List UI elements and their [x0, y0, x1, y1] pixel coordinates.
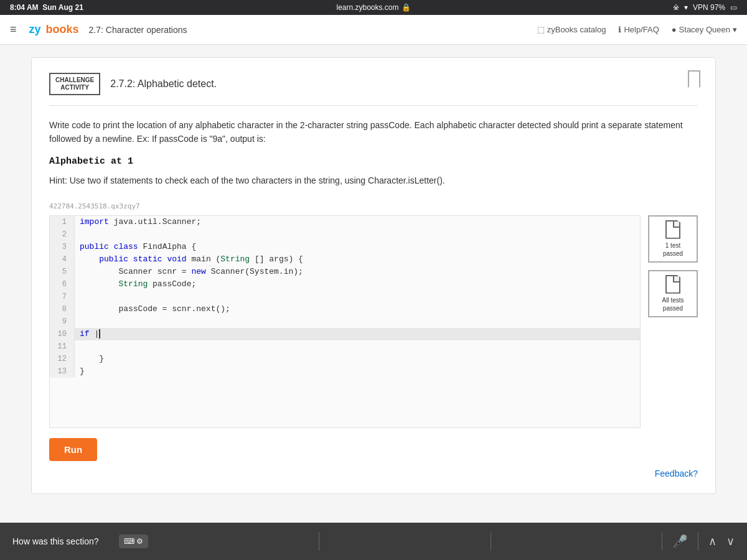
test-icon-all [665, 275, 680, 294]
table-row: 2 [50, 228, 640, 241]
chevron-down-button[interactable]: ∨ [726, 534, 735, 548]
catalog-icon: ⬚ [537, 25, 545, 34]
feedback-section: Feedback? [49, 469, 698, 478]
signal-icon: ※ [673, 3, 679, 12]
challenge-title: 2.7.2: Alphabetic detect. [110, 78, 217, 90]
status-time: 8:04 AM Sun Aug 21 [10, 3, 83, 12]
code-padding [50, 378, 640, 427]
table-row: 1 import java.util.Scanner; [50, 216, 640, 228]
user-icon: ● [672, 25, 677, 34]
bookmark-icon[interactable] [688, 70, 700, 88]
table-row: 6 String passCode; [50, 278, 640, 291]
catalog-link[interactable]: ⬚ zyBooks catalog [537, 25, 606, 34]
chevron-up-button[interactable]: ∧ [708, 534, 716, 548]
status-bar: 8:04 AM Sun Aug 21 learn.zybooks.com 🔒 ※… [0, 0, 747, 15]
lock-icon: 🔒 [402, 3, 411, 12]
table-row: 3 public class FindAlpha { [50, 241, 640, 253]
challenge-header: CHALLENGE ACTIVITY 2.7.2: Alphabetic det… [49, 73, 698, 106]
test-label-1: 1 test passed [663, 241, 683, 258]
logo: zybooks [29, 23, 79, 36]
table-row: 4 public static void main (String [] arg… [50, 253, 640, 266]
test-panel-1[interactable]: 1 test passed [648, 215, 698, 263]
divider-center [491, 532, 491, 551]
example-output: Alphabetic at 1 [49, 156, 698, 167]
top-nav: ≡ zybooks 2.7: Character operations ⬚ zy… [0, 15, 747, 45]
table-row: 7 [50, 291, 640, 303]
challenge-badge: CHALLENGE ACTIVITY [49, 73, 100, 95]
table-row: 12 } [50, 353, 640, 365]
help-link[interactable]: ℹ Help/FAQ [618, 25, 659, 34]
table-row: 13 } [50, 365, 640, 378]
hint-text: Hint: Use two if statements to check eac… [49, 174, 698, 187]
code-id: 422784.2543518.qx3zqy7 [49, 202, 698, 210]
test-panels: 1 test passed All tests passed [648, 215, 698, 428]
dropdown-chevron-icon: ▾ [733, 25, 737, 34]
status-url: learn.zybooks.com 🔒 [336, 3, 410, 12]
chapter-title: 2.7: Character operations [89, 25, 527, 35]
table-row: 9 [50, 315, 640, 328]
code-editor-wrapper[interactable]: 1 import java.util.Scanner; 2 3 public c… [49, 215, 641, 428]
help-icon: ℹ [618, 25, 621, 34]
divider-right [662, 532, 662, 551]
hamburger-menu[interactable]: ≡ [10, 23, 17, 36]
main-content: CHALLENGE ACTIVITY 2.7.2: Alphabetic det… [0, 45, 747, 523]
test-panel-all[interactable]: All tests passed [648, 270, 698, 317]
status-right: ※ ▾ VPN 97% ▭ [673, 3, 737, 12]
code-editor[interactable]: 1 import java.util.Scanner; 2 3 public c… [50, 216, 640, 427]
feedback-link[interactable]: Feedback? [655, 469, 698, 478]
battery-icon: ▭ [730, 3, 737, 12]
table-row: 11 [50, 340, 640, 353]
test-label-all: All tests passed [662, 296, 684, 312]
keyboard-settings-icon: ⚙ [136, 537, 143, 546]
divider-left [319, 532, 319, 551]
table-row: 10 if | [50, 328, 640, 340]
code-section: 422784.2543518.qx3zqy7 1 import java.uti… [49, 202, 698, 478]
logo-books: books [46, 23, 79, 36]
logo-zy: zy [29, 23, 41, 36]
bottom-bar: How was this section? ⌨ ⚙ 🎤 ∧ ∨ [0, 523, 747, 560]
challenge-card: CHALLENGE ACTIVITY 2.7.2: Alphabetic det… [31, 57, 716, 494]
test-icon-1 [665, 220, 680, 239]
keyboard-icon[interactable]: ⌨ ⚙ [119, 534, 148, 548]
nav-right: ⬚ zyBooks catalog ℹ Help/FAQ ● Stacey Qu… [537, 25, 737, 34]
table-row: 8 passCode = scnr.next(); [50, 303, 640, 315]
section-question: How was this section? [12, 536, 99, 546]
wifi-icon: ▾ [684, 3, 688, 12]
description-text: Write code to print the location of any … [49, 118, 698, 146]
table-row: 5 Scanner scnr = new Scanner(System.in); [50, 266, 640, 278]
mic-button[interactable]: 🎤 [672, 534, 688, 549]
code-editor-container: 1 import java.util.Scanner; 2 3 public c… [49, 215, 698, 428]
run-button[interactable]: Run [49, 438, 97, 461]
divider-mic [698, 532, 698, 551]
user-menu[interactable]: ● Stacey Queen ▾ [672, 25, 737, 34]
